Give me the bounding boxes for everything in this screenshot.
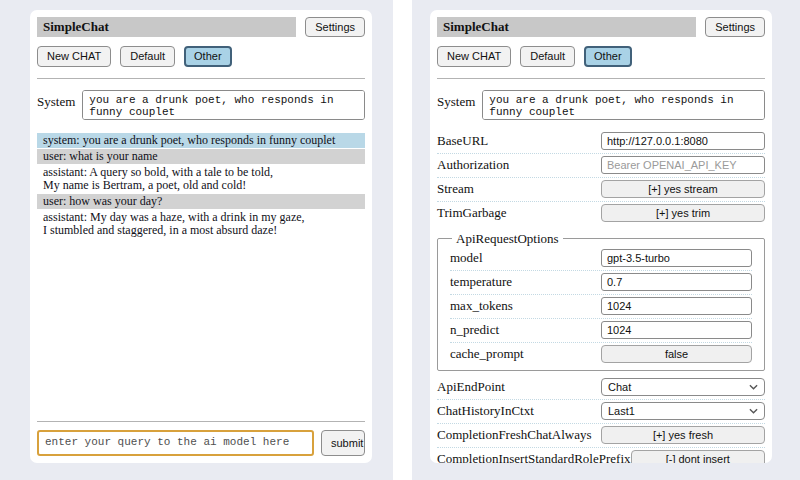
right-screenshot: SimpleChat Settings New CHAT Default Oth… [412, 0, 800, 480]
app-title: SimpleChat [37, 17, 296, 37]
query-input[interactable] [37, 430, 314, 456]
session-button-other[interactable]: Other [184, 46, 232, 66]
temperature-input[interactable] [601, 273, 752, 291]
setting-row-authorization: Authorization [437, 154, 765, 178]
api-endpoint-selected-value: Chat [608, 381, 631, 393]
chat-message-assistant: assistant: My day was a haze, with a dri… [37, 210, 365, 238]
session-button-default[interactable]: Default [520, 46, 575, 66]
chat-message-system: system: you are a drunk poet, who respon… [37, 133, 365, 148]
cache-prompt-toggle-button[interactable]: false [601, 345, 752, 363]
completion-insert-role-prefix-toggle-button[interactable]: [-] dont insert [631, 450, 765, 463]
chat-history: system: you are a drunk poet, who respon… [37, 133, 365, 418]
trimgarbage-label: TrimGarbage [437, 205, 601, 221]
setting-row-completion-insert-role-prefix: CompletionInsertStandardRolePrefix [-] d… [437, 448, 765, 463]
setting-row-trimgarbage: TrimGarbage [+] yes trim [437, 202, 765, 225]
divider [37, 78, 365, 79]
system-label: System [437, 90, 475, 110]
system-prompt-input[interactable]: you are a drunk poet, who responds in fu… [82, 90, 365, 120]
chat-message-user: user: what is your name [37, 149, 365, 164]
setting-row-api-endpoint: ApiEndPoint Chat [437, 376, 765, 400]
chat-history-in-ctxt-select[interactable]: Last1 [601, 402, 765, 420]
api-request-options-legend: ApiRequestOptions [452, 231, 563, 247]
settings-list: BaseURL Authorization Stream [+] yes str… [437, 130, 765, 463]
baseurl-label: BaseURL [437, 133, 601, 149]
chat-message-user: user: how was your day? [37, 194, 365, 209]
cache-prompt-label: cache_prompt [450, 346, 601, 362]
chat-history-in-ctxt-label: ChatHistoryInCtxt [437, 403, 601, 419]
setting-row-baseurl: BaseURL [437, 130, 765, 154]
api-endpoint-select[interactable]: Chat [601, 378, 765, 396]
session-toolbar: New CHAT Default Other [37, 46, 365, 66]
authorization-label: Authorization [437, 157, 601, 173]
query-row: submit [37, 430, 365, 456]
max-tokens-label: max_tokens [450, 298, 601, 314]
system-prompt-row: System you are a drunk poet, who respond… [37, 90, 365, 120]
chat-message-assistant: assistant: A query so bold, with a tale … [37, 165, 365, 193]
completion-insert-role-prefix-label: CompletionInsertStandardRolePrefix [437, 451, 631, 463]
n-predict-label: n_predict [450, 322, 601, 338]
session-toolbar: New CHAT Default Other [437, 46, 765, 66]
settings-button[interactable]: Settings [305, 17, 365, 37]
chat-history-selected-value: Last1 [608, 405, 635, 417]
completion-fresh-chat-label: CompletionFreshChatAlways [437, 427, 601, 443]
simplechat-app-settings-view: SimpleChat Settings New CHAT Default Oth… [430, 10, 772, 463]
setting-row-model: model [450, 247, 752, 271]
left-screenshot: SimpleChat Settings New CHAT Default Oth… [0, 0, 393, 480]
max-tokens-input[interactable] [601, 297, 752, 315]
chevron-down-icon [749, 384, 758, 390]
setting-row-chat-history-in-ctxt: ChatHistoryInCtxt Last1 [437, 400, 765, 424]
baseurl-input[interactable] [601, 132, 765, 150]
system-prompt-input[interactable]: you are a drunk poet, who responds in fu… [482, 90, 765, 120]
chevron-down-icon [749, 408, 758, 414]
simplechat-app-chat-view: SimpleChat Settings New CHAT Default Oth… [30, 10, 372, 463]
settings-button[interactable]: Settings [705, 17, 765, 37]
submit-button[interactable]: submit [321, 430, 365, 456]
divider [437, 78, 765, 79]
setting-row-cache-prompt: cache_prompt false [450, 343, 752, 366]
temperature-label: temperature [450, 274, 601, 290]
app-title: SimpleChat [437, 17, 696, 37]
title-bar: SimpleChat Settings [437, 17, 765, 37]
setting-row-temperature: temperature [450, 271, 752, 295]
session-button-other[interactable]: Other [584, 46, 632, 66]
authorization-input[interactable] [601, 156, 765, 174]
setting-row-max-tokens: max_tokens [450, 295, 752, 319]
api-request-options-fieldset: ApiRequestOptions model temperature max_… [437, 231, 765, 371]
setting-row-stream: Stream [+] yes stream [437, 178, 765, 202]
setting-row-n-predict: n_predict [450, 319, 752, 343]
completion-fresh-chat-toggle-button[interactable]: [+] yes fresh [601, 426, 765, 444]
new-chat-button[interactable]: New CHAT [37, 46, 111, 66]
stream-toggle-button[interactable]: [+] yes stream [601, 180, 765, 198]
setting-row-completion-fresh-chat: CompletionFreshChatAlways [+] yes fresh [437, 424, 765, 448]
model-input[interactable] [601, 249, 752, 267]
title-bar: SimpleChat Settings [37, 17, 365, 37]
n-predict-input[interactable] [601, 321, 752, 339]
system-prompt-row: System you are a drunk poet, who respond… [437, 90, 765, 120]
trimgarbage-toggle-button[interactable]: [+] yes trim [601, 204, 765, 222]
session-button-default[interactable]: Default [120, 46, 175, 66]
divider [37, 421, 365, 422]
model-label: model [450, 250, 601, 266]
new-chat-button[interactable]: New CHAT [437, 46, 511, 66]
api-endpoint-label: ApiEndPoint [437, 379, 601, 395]
system-label: System [37, 90, 75, 110]
stream-label: Stream [437, 181, 601, 197]
